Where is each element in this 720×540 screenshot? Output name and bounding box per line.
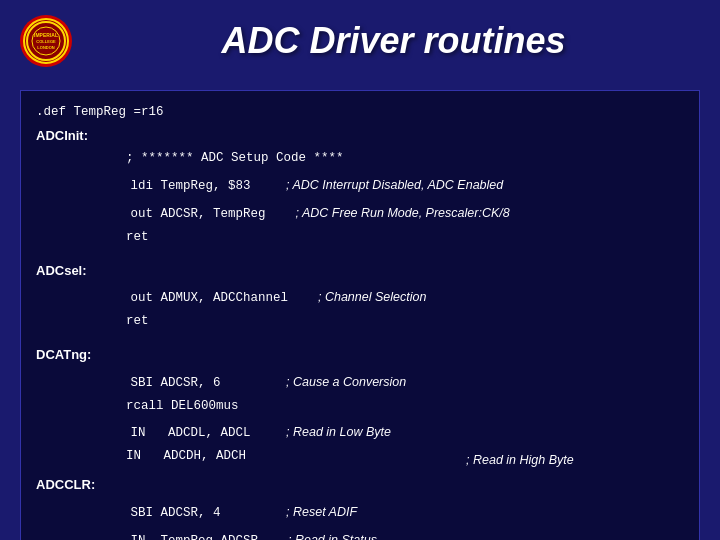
dcatng-line3-right: ; Read in Low Byte — [256, 419, 684, 443]
adcclr-line1-left: SBI ADCSR, 4 — [36, 499, 256, 523]
adcinit-line2: out ADCSR, TempReg ; ADC Free Run Mode, … — [36, 200, 684, 224]
def-line: .def TempReg =r16 — [36, 103, 684, 122]
dcatng-line4-code: IN ADCDH, ADCH — [126, 447, 246, 466]
adcinit-comment-line: ; ******* ADC Setup Code **** — [36, 149, 684, 168]
adcinit-line1-comment: ; ADC Interrupt Disabled, ADC Enabled — [266, 178, 503, 192]
def-code: .def TempReg =r16 — [36, 103, 164, 122]
adcclr-line2-comment: ; Read in Status — [268, 533, 377, 540]
adcinit-line1-right: ; ADC Interrupt Disabled, ADC Enabled — [256, 172, 684, 196]
adcinit-line1-left: ldi TempReg, $83 — [36, 172, 256, 196]
adcclr-label: ADCCLR: — [36, 475, 126, 495]
adcsel-ret-line: ret — [36, 312, 684, 331]
dcatng-line4-container: IN ADCDH, ADCH — [36, 447, 436, 466]
page-title: ADC Driver routines — [87, 20, 700, 62]
dcatng-line3-left: IN ADCDL, ADCL — [36, 419, 256, 443]
dcatng-line2: rcall DEL600mus — [36, 397, 684, 416]
adcclr-line1-comment: ; Reset ADIF — [266, 505, 357, 519]
dcatng-line4-right: ; Read in High Byte — [436, 447, 684, 471]
svg-text:COLLEGE: COLLEGE — [36, 39, 56, 44]
adcinit-line1-code: ldi TempReg, $83 — [130, 179, 250, 193]
adcinit-comment: ; ******* ADC Setup Code **** — [126, 149, 344, 168]
adcsel-label-line: ADCsel: — [36, 261, 684, 281]
dcatng-label: DCATng: — [36, 345, 126, 365]
adcsel-line1: out ADMUX, ADCChannel ; Channel Selectio… — [36, 284, 684, 308]
adcclr-line2-code: IN TempReg,ADCSR — [130, 534, 258, 540]
adcinit-ret: ret — [126, 228, 149, 247]
dcatng-line1-comment: ; Cause a Conversion — [266, 375, 406, 389]
adcinit-ret-line: ret — [36, 228, 684, 247]
adcsel-line1-code: out ADMUX, ADCChannel — [130, 291, 288, 305]
adcclr-line1-code: SBI ADCSR, 4 — [130, 506, 220, 520]
logo-image: IMPERIAL COLLEGE LONDON — [23, 18, 69, 64]
adcclr-line2-right: ; Read in Status — [258, 527, 684, 540]
gap1 — [36, 251, 684, 257]
adcinit-label: ADCInit: — [36, 126, 126, 146]
dcatng-line1: SBI ADCSR, 6 ; Cause a Conversion — [36, 369, 684, 393]
svg-text:LONDON: LONDON — [37, 45, 54, 50]
dcatng-line1-left: SBI ADCSR, 6 — [36, 369, 256, 393]
adcinit-line2-code: out ADCSR, TempReg — [130, 207, 265, 221]
adcsel-line1-left: out ADMUX, ADCChannel — [36, 284, 288, 308]
adcinit-line1: ldi TempReg, $83 ; ADC Interrupt Disable… — [36, 172, 684, 196]
adcclr-line2: IN TempReg,ADCSR ; Read in Status — [36, 527, 684, 540]
adcsel-line1-right: ; Channel Selection — [288, 284, 684, 308]
adcsel-label: ADCsel: — [36, 261, 126, 281]
dcatng-line3: IN ADCDL, ADCL ; Read in Low Byte — [36, 419, 684, 443]
dcatng-label-line: DCATng: — [36, 345, 684, 365]
adcinit-line2-right: ; ADC Free Run Mode, Prescaler:CK/8 — [265, 200, 684, 224]
logo: IMPERIAL COLLEGE LONDON — [20, 15, 72, 67]
dcatng-line3-comment: ; Read in Low Byte — [266, 425, 391, 439]
svg-text:IMPERIAL: IMPERIAL — [34, 32, 58, 38]
adcclr-line1-right: ; Reset ADIF — [256, 499, 684, 523]
dcatng-line2-code: rcall DEL600mus — [126, 397, 239, 416]
dcatng-line4-adcclr: IN ADCDH, ADCH ; Read in High Byte — [36, 447, 684, 471]
adcclr-label-line: ADCCLR: — [36, 475, 684, 495]
dcatng-line1-code: SBI ADCSR, 6 — [130, 376, 220, 390]
adcsel-ret: ret — [126, 312, 149, 331]
adcclr-line1: SBI ADCSR, 4 ; Reset ADIF — [36, 499, 684, 523]
slide: IMPERIAL COLLEGE LONDON ADC Driver routi… — [0, 0, 720, 540]
dcatng-line1-right: ; Cause a Conversion — [256, 369, 684, 393]
adcclr-line2-left: IN TempReg,ADCSR — [36, 527, 258, 540]
gap2 — [36, 335, 684, 341]
dcatng-line4-comment: ; Read in High Byte — [446, 453, 574, 467]
adcinit-line2-left: out ADCSR, TempReg — [36, 200, 265, 224]
code-content: .def TempReg =r16 ADCInit: ; ******* ADC… — [20, 90, 700, 540]
adcinit-line2-comment: ; ADC Free Run Mode, Prescaler:CK/8 — [275, 206, 509, 220]
dcatng-line3-code: IN ADCDL, ADCL — [130, 426, 250, 440]
adcsel-line1-comment: ; Channel Selection — [298, 290, 426, 304]
header: IMPERIAL COLLEGE LONDON ADC Driver routi… — [0, 0, 720, 80]
adcinit-label-line: ADCInit: — [36, 126, 684, 146]
